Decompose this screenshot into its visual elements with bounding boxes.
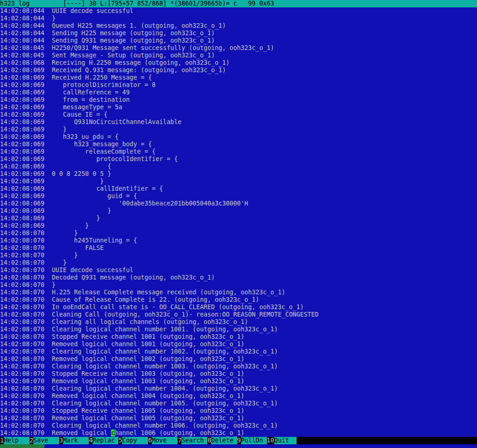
log-line: 14:02:08:070 FALSE xyxy=(0,244,477,252)
log-line: 14:02:08:069 Received H.2250 Message = { xyxy=(0,74,477,81)
log-line: 14:02:08:044 UUIE decode successful xyxy=(0,7,477,15)
text-cursor: c xyxy=(111,429,115,436)
log-line: 14:02:08:069 releaseComplete = { xyxy=(0,148,477,156)
bottom-partial-row xyxy=(0,444,477,448)
log-line: 14:02:08:069 '00dabe35beace201bb005040a3… xyxy=(0,200,477,207)
log-line: 14:02:08:070 Stopped Receive channel 100… xyxy=(0,333,477,341)
log-line: 14:02:08:069 Cause IE = { xyxy=(0,111,477,118)
log-line: 14:02:08:044 } xyxy=(0,15,477,22)
fkey-replac-button[interactable]: 4Replac xyxy=(89,437,118,444)
log-line: 14:02:08:070 Cause of Release Complete i… xyxy=(0,296,477,304)
log-line: 14:02:08:070 Stopped Receive channel 100… xyxy=(0,370,477,378)
log-line: 14:02:08:044 Queued H225 messages 1. (ou… xyxy=(0,22,477,30)
log-line: 14:02:08:069 Received Q.931 message: (ou… xyxy=(0,67,477,74)
log-line: 14:02:08:069 protocolIdentifier = { xyxy=(0,156,477,163)
fkey-help-button[interactable]: 1Help xyxy=(0,437,30,444)
log-line: 14:02:08:069 } xyxy=(0,222,477,230)
fkey-mark-button[interactable]: 3Mark xyxy=(59,437,89,444)
fkey-label: Quit xyxy=(274,437,297,444)
log-line: 14:02:08:069 guid = { xyxy=(0,193,477,200)
function-key-bar: 1Help 2Save 3Mark 4Replac 5Copy 6Move 7S… xyxy=(0,437,477,444)
editor-content[interactable]: 14:02:08:044 UUIE decode successful14:02… xyxy=(0,7,477,437)
log-line: 14:02:08:044 Sending H225 message (outgo… xyxy=(0,30,477,37)
log-line: 14:02:08:045 H2250/Q931 Message sent suc… xyxy=(0,44,477,52)
log-line: 14:02:08:070 In ooEndCall call state is … xyxy=(0,304,477,311)
log-line: 14:02:08:070 Decoded Q931 message (outgo… xyxy=(0,274,477,281)
fkey-copy-button[interactable]: 5Copy xyxy=(118,437,148,444)
log-line: 14:02:08:069 } xyxy=(0,126,477,133)
log-line: 14:02:08:070 Removed logical channel 100… xyxy=(0,415,477,422)
log-line: 14:02:08:070 Clearing logical channel nu… xyxy=(0,422,477,429)
log-line: 14:02:08:070 Clearing logical channel nu… xyxy=(0,348,477,355)
log-line: 14:02:08:044 Sending Q931 message (outgo… xyxy=(0,37,477,44)
editor-title-bar: h323_log [----] 30 L:[795+57 852/868] *(… xyxy=(0,0,477,7)
fkey-search-button[interactable]: 7Search xyxy=(178,437,207,444)
log-line: 14:02:08:045 Sent Message - Setup (outgo… xyxy=(0,52,477,59)
log-line: 14:02:08:070 Clearing logical channel nu… xyxy=(0,326,477,333)
fkey-number: 8 xyxy=(207,437,211,444)
log-line: 14:02:08:070 Removed logical channel 100… xyxy=(0,378,477,385)
log-line: 14:02:08:070 } xyxy=(0,281,477,289)
fkey-label: Save xyxy=(33,437,59,444)
fkey-number: 3 xyxy=(59,437,63,444)
fkey-number: 6 xyxy=(148,437,152,444)
log-line: 14:02:08:070 Removed logical channel 100… xyxy=(0,429,477,437)
fkey-number: 1 xyxy=(0,437,4,444)
log-line: 14:02:08:069 callIdentifier = { xyxy=(0,185,477,193)
log-line: 14:02:08:070 H.225 Release Complete mess… xyxy=(0,289,477,296)
log-line: 14:02:08:069 { xyxy=(0,163,477,170)
fkey-save-button[interactable]: 2Save xyxy=(30,437,59,444)
fkey-number: 9 xyxy=(237,437,241,444)
fkey-label: PullDn xyxy=(241,437,267,444)
log-line: 14:02:08:069 } xyxy=(0,215,477,222)
log-line: 14:02:08:070 Clearing all logical channe… xyxy=(0,318,477,326)
fkey-label: Move xyxy=(152,437,178,444)
fkey-number: 7 xyxy=(178,437,181,444)
fkey-label: Replac xyxy=(93,437,118,444)
fkey-move-button[interactable]: 6Move xyxy=(148,437,178,444)
fkey-pulldn-button[interactable]: 9PullDn xyxy=(237,437,267,444)
fkey-number: 10 xyxy=(267,437,274,444)
log-line: 14:02:08:070 h245Tunneling = { xyxy=(0,237,477,244)
log-line: 14:02:08:069 } xyxy=(0,207,477,215)
log-line: 14:02:08:070 Clearing logical channel nu… xyxy=(0,363,477,370)
log-line: 14:02:08:069 from = destination xyxy=(0,96,477,104)
log-line: 14:02:08:070 Cleaning Call (outgoing, oo… xyxy=(0,311,477,318)
log-line: 14:02:08:070 Removed logical channel 100… xyxy=(0,341,477,348)
log-line: 14:02:08:069 protocolDiscriminator = 8 xyxy=(0,81,477,89)
log-line: 14:02:08:070 } xyxy=(0,230,477,237)
fkey-delete-button[interactable]: 8Delete xyxy=(207,437,237,444)
log-line: 14:02:08:069 0 0 8 2250 0 5 } xyxy=(0,170,477,178)
log-line: 14:02:08:069 h323_message_body = { xyxy=(0,141,477,148)
fkey-quit-button[interactable]: 10Quit xyxy=(267,437,297,444)
log-line: 14:02:08:070 Removed logical channel 100… xyxy=(0,355,477,363)
fkey-number: 4 xyxy=(89,437,93,444)
log-line: 14:02:08:070 } xyxy=(0,259,477,267)
fkey-number: 2 xyxy=(30,437,33,444)
log-line: 14:02:08:070 UUIE decode successful xyxy=(0,267,477,274)
log-line: 14:02:08:070 } xyxy=(0,252,477,259)
fkey-label: Search xyxy=(181,437,207,444)
bottom-green-fragment xyxy=(0,444,44,448)
fkey-label: Mark xyxy=(63,437,89,444)
fkey-label: Delete xyxy=(211,437,237,444)
log-line: 14:02:08:070 Removed logical channel 100… xyxy=(0,392,477,400)
log-line: 14:02:08:069 messageType = 5a xyxy=(0,104,477,111)
log-line: 14:02:08:070 Clearing logical channel nu… xyxy=(0,400,477,407)
log-line: 14:02:08:069 h323_uu_pdu = { xyxy=(0,133,477,141)
log-line: 14:02:08:068 Receiving H.2250 message (o… xyxy=(0,59,477,67)
log-line: 14:02:08:069 } xyxy=(0,178,477,185)
fkey-number: 5 xyxy=(118,437,122,444)
log-line: 14:02:08:070 Stopped Receive channel 100… xyxy=(0,407,477,415)
fkey-label: Copy xyxy=(122,437,148,444)
log-line: 14:02:08:069 callReference = 49 xyxy=(0,89,477,96)
log-line: 14:02:08:070 Clearing logical channel nu… xyxy=(0,385,477,392)
log-line: 14:02:08:069 Q931NoCircuitChannelAvailab… xyxy=(0,118,477,126)
fkey-label: Help xyxy=(4,437,30,444)
